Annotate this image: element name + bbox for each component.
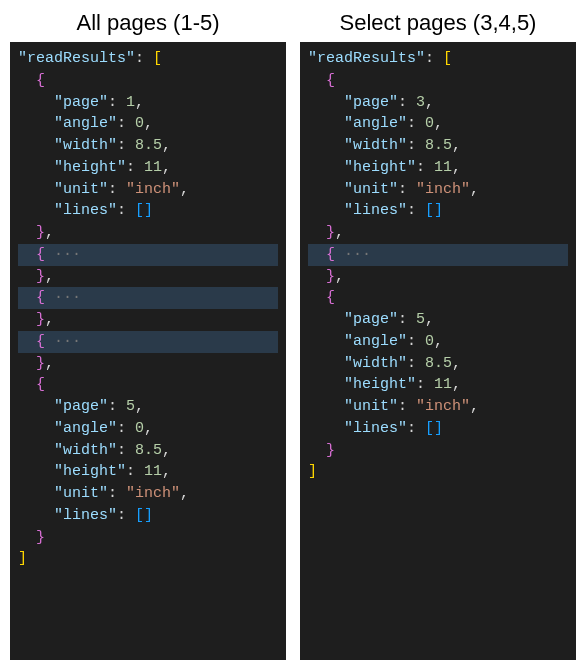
code-block-right: "readResults": [{"page": 3,"angle": 0,"w… (300, 42, 576, 660)
code-line: "readResults": [ (308, 48, 568, 70)
code-line: "unit": "inch", (18, 483, 278, 505)
json-key: "width" (54, 137, 117, 154)
code-line: }, (308, 222, 568, 244)
json-key: "height" (54, 159, 126, 176)
code-line: "height": 11, (308, 374, 568, 396)
code-line: }, (18, 266, 278, 288)
json-value: 11 (144, 159, 162, 176)
json-value: 11 (434, 376, 452, 393)
code-line: "unit": "inch", (308, 179, 568, 201)
json-value: "inch" (416, 398, 470, 415)
json-value: "inch" (126, 181, 180, 198)
code-line: "page": 5, (308, 309, 568, 331)
json-value: "inch" (416, 181, 470, 198)
json-key: "lines" (344, 420, 407, 437)
code-line: { ··· (308, 244, 568, 266)
json-value: 8.5 (135, 442, 162, 459)
json-value: 5 (416, 311, 425, 328)
json-value: 0 (135, 420, 144, 437)
json-key: "height" (54, 463, 126, 480)
code-line: "lines": [] (18, 505, 278, 527)
code-line: } (308, 440, 568, 462)
json-value: 8.5 (135, 137, 162, 154)
json-value: 0 (135, 115, 144, 132)
json-key: "angle" (54, 420, 117, 437)
json-key: "page" (344, 94, 398, 111)
json-value: 11 (434, 159, 452, 176)
code-line: "readResults": [ (18, 48, 278, 70)
json-key: "unit" (54, 485, 108, 502)
json-key: "lines" (344, 202, 407, 219)
code-line: "lines": [] (18, 200, 278, 222)
json-key: "lines" (54, 507, 117, 524)
collapsed-icon: ··· (344, 246, 371, 263)
code-line: "unit": "inch", (18, 179, 278, 201)
code-line: { (308, 287, 568, 309)
code-line: "height": 11, (18, 461, 278, 483)
code-line: "lines": [] (308, 200, 568, 222)
code-line: }, (18, 222, 278, 244)
json-key: "readResults" (308, 50, 425, 67)
json-value: 8.5 (425, 355, 452, 372)
json-value: 11 (144, 463, 162, 480)
column-title-right: Select pages (3,4,5) (300, 10, 576, 36)
code-line: "angle": 0, (308, 113, 568, 135)
json-value: 0 (425, 115, 434, 132)
code-line: "width": 8.5, (18, 440, 278, 462)
json-key: "width" (54, 442, 117, 459)
column-left: All pages (1-5) "readResults": [{"page":… (10, 10, 286, 660)
json-key: "unit" (344, 398, 398, 415)
code-line: { (18, 374, 278, 396)
column-right: Select pages (3,4,5) "readResults": [{"p… (300, 10, 576, 660)
code-line: }, (18, 309, 278, 331)
comparison-container: All pages (1-5) "readResults": [{"page":… (10, 10, 576, 660)
code-line: "angle": 0, (18, 113, 278, 135)
code-line: "angle": 0, (308, 331, 568, 353)
code-line: { (18, 70, 278, 92)
code-line: "height": 11, (308, 157, 568, 179)
code-line: }, (18, 353, 278, 375)
code-line: ] (18, 548, 278, 570)
json-key: "page" (54, 94, 108, 111)
code-line: { ··· (18, 287, 278, 309)
collapsed-icon: ··· (54, 333, 81, 350)
code-line: "page": 5, (18, 396, 278, 418)
code-line: }, (308, 266, 568, 288)
code-line: { ··· (18, 244, 278, 266)
code-line: "angle": 0, (18, 418, 278, 440)
json-key: "angle" (54, 115, 117, 132)
code-line: "height": 11, (18, 157, 278, 179)
json-key: "width" (344, 137, 407, 154)
json-key: "angle" (344, 333, 407, 350)
json-key: "height" (344, 159, 416, 176)
code-line: "page": 3, (308, 92, 568, 114)
column-title-left: All pages (1-5) (10, 10, 286, 36)
json-value: 0 (425, 333, 434, 350)
code-line: } (18, 527, 278, 549)
code-block-left: "readResults": [{"page": 1,"angle": 0,"w… (10, 42, 286, 660)
json-key: "unit" (54, 181, 108, 198)
code-line: "lines": [] (308, 418, 568, 440)
json-key: "unit" (344, 181, 398, 198)
json-value: 5 (126, 398, 135, 415)
json-value: 1 (126, 94, 135, 111)
json-key: "width" (344, 355, 407, 372)
json-key: "angle" (344, 115, 407, 132)
code-line: { ··· (18, 331, 278, 353)
code-line: { (308, 70, 568, 92)
code-line: "unit": "inch", (308, 396, 568, 418)
code-line: ] (308, 461, 568, 483)
json-key: "page" (54, 398, 108, 415)
code-line: "width": 8.5, (18, 135, 278, 157)
code-line: "page": 1, (18, 92, 278, 114)
json-value: 8.5 (425, 137, 452, 154)
code-line: "width": 8.5, (308, 353, 568, 375)
collapsed-icon: ··· (54, 289, 81, 306)
json-value: 3 (416, 94, 425, 111)
collapsed-icon: ··· (54, 246, 81, 263)
json-value: "inch" (126, 485, 180, 502)
json-key: "page" (344, 311, 398, 328)
json-key: "readResults" (18, 50, 135, 67)
json-key: "height" (344, 376, 416, 393)
json-key: "lines" (54, 202, 117, 219)
